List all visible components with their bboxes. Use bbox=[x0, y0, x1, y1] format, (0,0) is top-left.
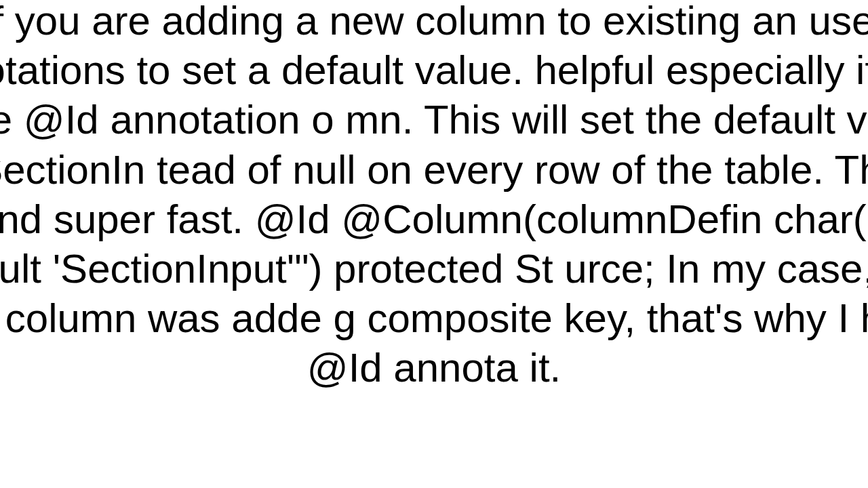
cropped-paragraph-text: r 3: If you are adding a new column to e… bbox=[0, 0, 868, 393]
